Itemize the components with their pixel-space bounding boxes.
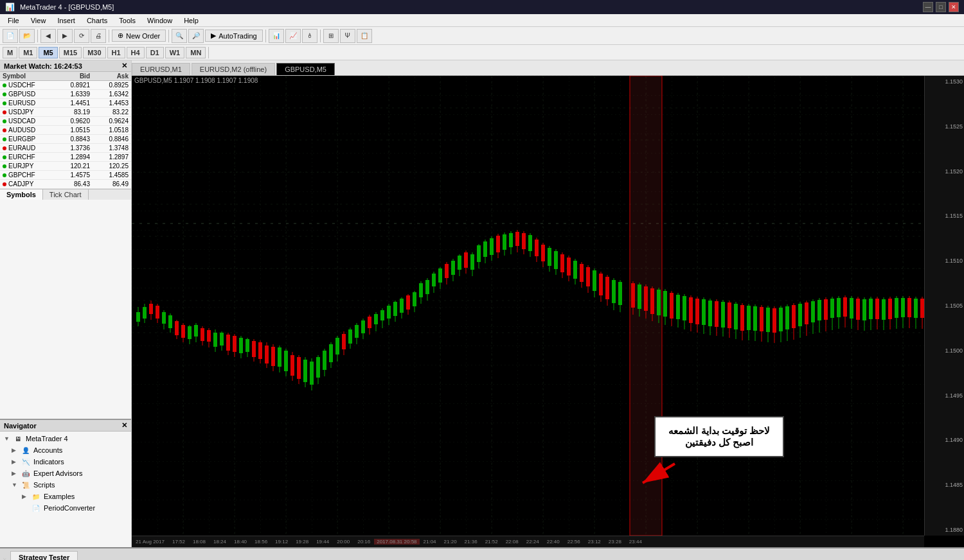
minimize-button[interactable]: — — [923, 2, 933, 12]
svg-rect-250 — [856, 299, 860, 320]
tf-h4[interactable]: H4 — [127, 47, 145, 58]
svg-rect-133 — [477, 245, 481, 262]
mw-bid: 86.43 — [54, 180, 93, 188]
svg-rect-214 — [740, 305, 744, 331]
tf-m[interactable]: M — [3, 47, 17, 58]
navigator-tree: ▼ 🖥 MetaTrader 4 ▶ 👤 Accounts ▶ 📉 Indica… — [0, 432, 131, 547]
svg-rect-218 — [753, 306, 757, 331]
toolbar-chart-bar[interactable]: 📊 — [269, 29, 284, 43]
toolbar-template[interactable]: 📋 — [357, 29, 372, 43]
tf-h1[interactable]: H1 — [107, 47, 125, 58]
window-title: MetaTrader 4 - [GBPUSD,M5] — [20, 3, 114, 11]
toolbar-chart-candle[interactable]: 🕯 — [302, 29, 317, 43]
market-watch-row[interactable]: GBPCHF 1.4575 1.4585 — [0, 171, 131, 180]
market-watch-row[interactable]: EURAUD 1.3736 1.3748 — [0, 144, 131, 153]
price-label-10: 1.1485 — [926, 482, 963, 488]
mw-ask: 120.25 — [93, 162, 131, 170]
new-order-button[interactable]: ⊕ New Order — [112, 30, 166, 42]
mw-symbol: EURAUD — [0, 144, 54, 152]
market-watch: Market Watch: 16:24:53 ✕ Symbol Bid Ask … — [0, 60, 131, 419]
svg-rect-236 — [811, 301, 815, 322]
chart-tab-gbpusd-m5[interactable]: GBPUSD,M5 — [276, 63, 335, 75]
nav-item-indicators[interactable]: ▶ 📉 Indicators — [1, 456, 130, 468]
title-bar-controls: — □ ✕ — [923, 2, 959, 12]
toolbar-zoom-out[interactable]: 🔎 — [188, 29, 204, 43]
tf-m30[interactable]: M30 — [83, 47, 105, 58]
market-watch-row[interactable]: EURGBP 0.8843 0.8846 — [0, 135, 131, 144]
autotrading-button[interactable]: ▶ AutoTrading — [205, 30, 263, 42]
nav-item-metatrader4[interactable]: ▼ 🖥 MetaTrader 4 — [1, 433, 130, 444]
toolbar-zoom-in[interactable]: 🔍 — [172, 29, 187, 43]
chart-tab-eurusd-m2[interactable]: EURUSD,M2 (offline) — [192, 63, 275, 75]
toolbar-indicators[interactable]: Ψ — [340, 29, 355, 43]
nav-item-scripts[interactable]: ▼ 📜 Scripts — [1, 479, 130, 491]
tf-m5[interactable]: M5 — [39, 47, 57, 58]
time-label-9: 19:44 — [312, 539, 333, 545]
svg-rect-194 — [676, 295, 680, 319]
toolbar-refresh[interactable]: ⟳ — [74, 29, 89, 43]
svg-rect-33 — [156, 306, 159, 319]
mw-bid: 1.2894 — [54, 153, 93, 161]
nav-accounts-label: Accounts — [33, 446, 62, 454]
menu-insert[interactable]: Insert — [52, 15, 80, 26]
market-watch-row[interactable]: AUDUSD 1.0515 1.0518 — [0, 126, 131, 135]
tf-w1[interactable]: W1 — [165, 47, 185, 58]
menu-window[interactable]: Window — [142, 15, 177, 26]
svg-rect-147 — [522, 233, 526, 249]
tf-m15[interactable]: M15 — [59, 47, 82, 58]
svg-rect-260 — [888, 299, 892, 319]
market-watch-row[interactable]: CADJPY 86.43 86.49 — [0, 180, 131, 189]
tab-symbols[interactable]: Symbols — [0, 189, 43, 200]
time-label-12: 2017.08.31 20:58 — [374, 539, 419, 545]
market-watch-title: Market Watch: 16:24:53 — [4, 62, 82, 70]
toolbar-open[interactable]: 📂 — [19, 29, 35, 43]
svg-rect-143 — [509, 233, 513, 247]
market-watch-row[interactable]: USDCAD 0.9620 0.9624 — [0, 117, 131, 126]
toolbar-back[interactable]: ◀ — [40, 29, 56, 43]
market-watch-row[interactable]: EURCHF 1.2894 1.2897 — [0, 153, 131, 162]
tf-d1[interactable]: D1 — [146, 47, 164, 58]
market-watch-row[interactable]: GBPUSD 1.6339 1.6342 — [0, 90, 131, 99]
chart-tab-eurusd-m1[interactable]: EURUSD,M1 — [132, 63, 190, 75]
nav-item-accounts[interactable]: ▶ 👤 Accounts — [1, 444, 130, 456]
toolbar-forward[interactable]: ▶ — [57, 29, 73, 43]
menu-help[interactable]: Help — [179, 15, 204, 26]
mw-ask: 1.6342 — [93, 90, 131, 98]
maximize-button[interactable]: □ — [936, 2, 946, 12]
menu-view[interactable]: View — [26, 15, 51, 26]
nav-item-period-converter[interactable]: 📄 PeriodConverter — [1, 502, 130, 514]
svg-rect-248 — [850, 298, 853, 319]
mw-bid: 0.9620 — [54, 117, 93, 125]
market-watch-close[interactable]: ✕ — [121, 62, 127, 70]
svg-rect-35 — [162, 312, 166, 324]
market-watch-row[interactable]: USDJPY 83.19 83.22 — [0, 108, 131, 117]
svg-rect-238 — [817, 300, 821, 320]
menu-charts[interactable]: Charts — [82, 15, 112, 26]
svg-rect-163 — [573, 261, 577, 279]
navigator-close[interactable]: ✕ — [121, 421, 127, 430]
nav-item-expert-advisors[interactable]: ▶ 🤖 Expert Advisors — [1, 468, 130, 479]
svg-rect-91 — [342, 334, 346, 349]
menu-file[interactable]: File — [3, 15, 24, 26]
tf-mn[interactable]: MN — [186, 47, 206, 58]
toolbar-grid[interactable]: ⊞ — [323, 29, 339, 43]
price-label-6: 1.1505 — [926, 302, 963, 309]
svg-rect-103 — [380, 310, 384, 320]
strategy-tester-tab[interactable]: Strategy Tester — [10, 551, 78, 560]
toolbar-print[interactable]: 🖨 — [91, 29, 106, 43]
tab-tick-chart[interactable]: Tick Chart — [43, 189, 89, 200]
svg-rect-107 — [393, 302, 397, 316]
toolbar-new-chart[interactable]: 📄 — [3, 29, 18, 43]
mw-bid: 1.4451 — [54, 99, 93, 107]
market-watch-row[interactable]: EURUSD 1.4451 1.4453 — [0, 99, 131, 108]
market-watch-row[interactable]: EURJPY 120.21 120.25 — [0, 162, 131, 171]
menu-tools[interactable]: Tools — [114, 15, 141, 26]
svg-rect-109 — [400, 299, 404, 313]
svg-rect-49 — [207, 330, 211, 342]
toolbar-chart-line[interactable]: 📈 — [285, 29, 301, 43]
nav-item-examples[interactable]: ▶ 📁 Examples — [1, 491, 130, 502]
tf-m1[interactable]: M1 — [19, 47, 37, 58]
close-button[interactable]: ✕ — [949, 2, 959, 12]
svg-line-276 — [643, 464, 675, 483]
market-watch-row[interactable]: USDCHF 0.8921 0.8925 — [0, 81, 131, 90]
